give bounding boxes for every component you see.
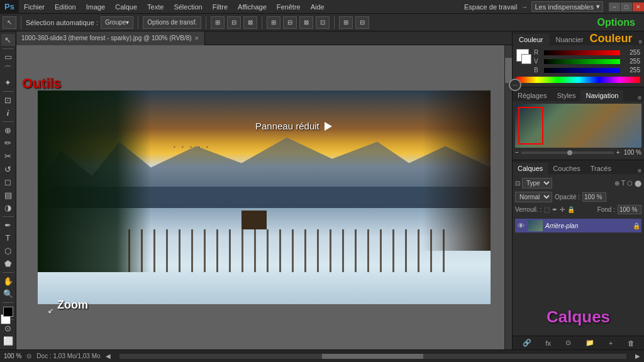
opacity-input[interactable] <box>582 192 606 202</box>
blend-mode-select[interactable]: Normal <box>515 192 552 202</box>
nav-zoom-slider[interactable] <box>521 151 614 154</box>
layer-visibility-icon[interactable]: 👁 <box>516 221 525 230</box>
filter-btn-1[interactable]: ⊕ <box>614 180 619 187</box>
delete-layer-icon[interactable]: 🗑 <box>628 339 635 347</box>
menu-affichage[interactable]: Affichage <box>233 2 272 12</box>
fg-swatch[interactable] <box>3 307 13 317</box>
tool-history[interactable]: ↺ <box>1 163 15 175</box>
filter-btn-2[interactable]: T <box>621 180 625 187</box>
options-transf-btn[interactable]: Options de transf. <box>143 16 201 29</box>
nav-zoom-out-icon[interactable]: − <box>515 149 519 156</box>
tab-traces[interactable]: Tracés <box>586 163 616 174</box>
filter-btn-3[interactable]: ⬡ <box>627 180 633 187</box>
add-style-icon[interactable]: fx <box>546 339 552 347</box>
color-bg-swatch[interactable] <box>521 54 531 64</box>
tool-crop[interactable]: ⊡ <box>1 94 15 106</box>
tab-navigation[interactable]: Navigation <box>580 90 623 101</box>
tab-reglages[interactable]: Réglages <box>513 90 552 101</box>
tool-dodge[interactable]: ◑ <box>1 202 15 214</box>
group-dropdown[interactable]: Groupe▾ <box>101 16 133 29</box>
workspace-dropdown[interactable]: Les indispensables ▾ <box>531 1 603 12</box>
fill-input[interactable] <box>618 205 641 214</box>
panel-toggle-circle-btn[interactable]: ··· <box>509 79 521 91</box>
tool-pen[interactable]: ✒ <box>1 219 15 231</box>
extra-btn-2[interactable]: ⊟ <box>355 16 369 29</box>
menu-calque[interactable]: Calque <box>110 2 142 12</box>
lock-all-icon[interactable]: 🔒 <box>567 206 575 213</box>
nav-panel-menu-icon[interactable]: ≡ <box>635 94 644 101</box>
tool-clone[interactable]: ✂ <box>1 150 15 162</box>
tool-mask[interactable]: ⊙ <box>1 322 15 334</box>
filter-btn-4[interactable]: ⬤ <box>635 180 641 187</box>
menu-fichier[interactable]: Fichier <box>19 2 50 12</box>
tool-spot-heal[interactable]: ⊕ <box>1 124 15 136</box>
tool-magic-wand[interactable]: ✦ <box>1 77 15 89</box>
dist-btn-4[interactable]: ⊡ <box>316 16 330 29</box>
menu-fenetre[interactable]: Fenêtre <box>272 2 306 12</box>
close-button[interactable]: ✕ <box>633 3 644 11</box>
tool-screen[interactable]: ⬜ <box>1 335 15 347</box>
menu-selection[interactable]: Sélection <box>169 2 207 12</box>
tool-gradient[interactable]: ▤ <box>1 189 15 201</box>
align-left-btn[interactable]: ⊞ <box>211 16 225 29</box>
dist-btn-1[interactable]: ⊞ <box>267 16 280 29</box>
vertical-scrollbar[interactable] <box>504 45 512 349</box>
tool-brush[interactable]: ✏ <box>1 138 15 150</box>
minimize-button[interactable]: − <box>609 3 620 11</box>
menu-edition[interactable]: Edition <box>50 2 81 12</box>
tool-eraser[interactable]: ◻ <box>1 176 15 188</box>
tool-eyedropper[interactable]: 𝒊 <box>1 107 15 119</box>
hscroll-thumb[interactable] <box>322 354 423 359</box>
layer-type-select[interactable]: Type <box>522 178 552 189</box>
nav-red-box[interactable] <box>518 107 543 145</box>
tool-path[interactable]: ⬡ <box>1 245 15 257</box>
close-tab-button[interactable]: ✕ <box>194 35 199 41</box>
lock-label: Verrouil. : <box>515 206 541 213</box>
channel-r-slider[interactable] <box>544 50 620 55</box>
tool-hand[interactable]: ✋ <box>1 275 15 287</box>
canvas-scroll[interactable]: • • • • • Zoom ↙ Panneau réduit <box>16 45 512 349</box>
status-arrow-right-icon[interactable]: ▶ <box>635 353 640 359</box>
tab-couches[interactable]: Couches <box>548 163 585 174</box>
tool-text[interactable]: T <box>1 232 15 244</box>
restore-button[interactable]: □ <box>621 3 632 11</box>
tool-sep-1 <box>3 48 14 49</box>
extra-btn-1[interactable]: ⊞ <box>339 16 353 29</box>
new-group-icon[interactable]: 📁 <box>586 339 594 347</box>
add-mask-icon[interactable]: ⊙ <box>565 339 571 347</box>
menu-filtre[interactable]: Filtre <box>208 2 233 12</box>
tab-nuancier[interactable]: Nuancier <box>550 34 590 45</box>
channel-g-slider[interactable] <box>544 59 620 64</box>
tab-couleur[interactable]: Couleur <box>513 34 550 45</box>
menu-aide[interactable]: Aide <box>306 2 330 12</box>
horizontal-scrollbar[interactable] <box>119 354 626 359</box>
dist-btn-3[interactable]: ⊠ <box>299 16 313 29</box>
new-layer-icon[interactable]: + <box>609 339 613 347</box>
link-layers-icon[interactable]: 🔗 <box>523 339 531 347</box>
align-right-btn[interactable]: ⊠ <box>243 16 257 29</box>
tool-shape[interactable]: ⬟ <box>1 258 15 270</box>
menu-texte[interactable]: Texte <box>142 2 169 12</box>
tool-move[interactable]: ↖ <box>1 34 15 46</box>
color-spectrum[interactable] <box>516 77 640 83</box>
lock-none-icon[interactable]: ⬚ <box>544 206 550 213</box>
lock-move-icon[interactable]: ✛ <box>560 206 565 213</box>
tool-zoom[interactable]: 🔍 <box>1 288 15 300</box>
layer-item-background[interactable]: 👁 Arrière-plan 🔒 <box>515 219 641 233</box>
tool-marquee[interactable]: ▭ <box>1 51 15 63</box>
lock-pos-icon[interactable]: ✒ <box>552 206 557 213</box>
dist-btn-2[interactable]: ⊟ <box>283 16 297 29</box>
channel-b-slider[interactable] <box>544 68 620 73</box>
menu-items: Fichier Edition Image Calque Texte Sélec… <box>19 2 464 12</box>
tab-styles[interactable]: Styles <box>552 90 580 101</box>
status-arrow-left-icon[interactable]: ◀ <box>106 353 111 359</box>
align-center-btn[interactable]: ⊟ <box>227 16 241 29</box>
document-tab[interactable]: 1000-360-slide3 (theme forest - sparky).… <box>16 31 205 45</box>
nav-zoom-in-icon[interactable]: + <box>616 149 620 156</box>
tool-lasso[interactable]: ⌒ <box>1 64 15 76</box>
tool-arrow-btn[interactable]: ↖ <box>3 16 16 29</box>
menu-image[interactable]: Image <box>81 2 111 12</box>
layers-panel-menu-icon[interactable]: ≡ <box>635 167 644 174</box>
tab-calques[interactable]: Calques <box>513 163 548 174</box>
panel-menu-icon[interactable]: ≡ <box>636 38 644 45</box>
